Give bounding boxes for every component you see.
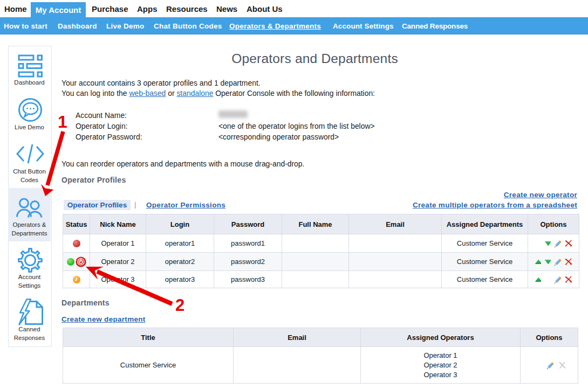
svg-text:1: 1 xyxy=(58,112,67,131)
svg-text:2: 2 xyxy=(175,296,184,315)
